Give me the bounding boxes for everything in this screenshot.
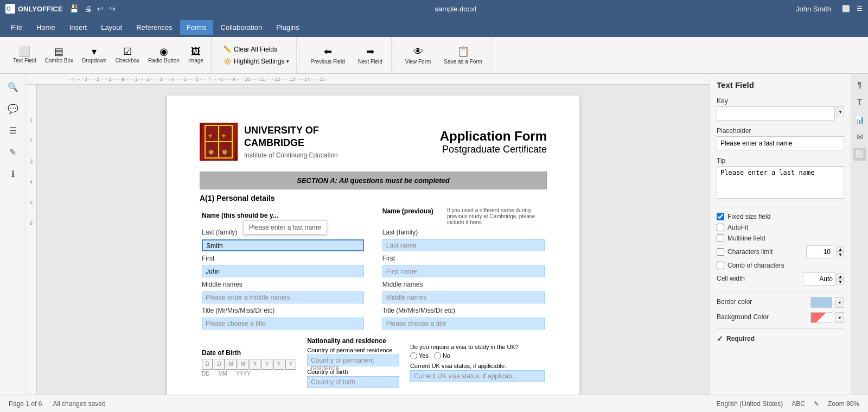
chars-limit-spinners: ▲ ▼ — [837, 246, 844, 257]
sidebar-info-icon[interactable]: ℹ — [4, 165, 22, 182]
save-icon[interactable]: 💾 — [69, 4, 79, 13]
visa-yes-radio[interactable] — [410, 352, 417, 359]
uk-visa-label: Current UK visa status, if applicable: — [410, 363, 545, 369]
menu-references[interactable]: References — [130, 20, 178, 35]
cell-width-spinners: ▲ ▼ — [837, 274, 844, 284]
text-field-btn[interactable]: ⬜ Text Field — [10, 45, 40, 66]
country-perm-field[interactable]: Country of permanent residence — [307, 354, 399, 366]
track-changes-icon[interactable]: ✎ — [814, 400, 819, 408]
chars-limit-up[interactable]: ▲ — [837, 246, 844, 252]
menu-collaboration[interactable]: Collaboration — [214, 20, 269, 35]
chars-limit-checkbox[interactable] — [717, 248, 724, 256]
language-selector[interactable]: English (United States) — [717, 400, 783, 408]
rs-mail-icon[interactable]: ✉ — [853, 130, 866, 143]
combo-box-btn[interactable]: ▤ Combo Box — [42, 45, 76, 66]
separator2 — [717, 291, 844, 291]
left-sidebar: 🔍 💬 ☰ ✎ ℹ — [0, 74, 26, 395]
menu-file[interactable]: File — [4, 20, 29, 35]
view-form-btn[interactable]: 👁 View Form — [401, 44, 436, 67]
redo-icon[interactable]: ↪ — [109, 4, 116, 13]
sidebar-comment-icon[interactable]: 💬 — [4, 100, 22, 117]
sidebar-review-icon[interactable]: ✎ — [4, 143, 22, 161]
cell-width-input[interactable] — [803, 272, 835, 286]
middle-names-field[interactable]: Please enter a middle names — [202, 291, 364, 303]
form-subtitle: Postgraduate Certificate — [440, 144, 547, 155]
uk-visa-field[interactable]: Current UK visa status, if applicab... — [410, 370, 545, 382]
bg-color-arrow[interactable]: ▾ — [835, 312, 844, 323]
dob-m1: M — [226, 359, 237, 370]
title-field[interactable]: Please choose a title — [202, 318, 364, 329]
last-family-label2: Last (family) — [382, 229, 418, 236]
rs-form-icon[interactable]: ⬜ — [853, 148, 866, 161]
titlebar-toolbar[interactable]: 💾 🖨 ↩ ↪ — [69, 4, 116, 13]
menu-home[interactable]: Home — [30, 20, 62, 35]
multiline-checkbox[interactable] — [717, 234, 724, 242]
institute-name: Institute of Continuing Education — [244, 151, 338, 159]
zoom-level[interactable]: Zoom 80% — [828, 400, 859, 408]
dob-d2: D — [214, 359, 225, 370]
chars-limit-down[interactable]: ▼ — [837, 252, 844, 257]
rs-text-icon[interactable]: T — [853, 96, 866, 109]
print-icon[interactable]: 🖨 — [84, 4, 92, 13]
menu-forms[interactable]: Forms — [180, 20, 213, 35]
sidebar-search-icon[interactable]: 🔍 — [4, 78, 22, 96]
visa-no-radio[interactable] — [434, 352, 441, 359]
cell-width-up[interactable]: ▲ — [837, 274, 844, 279]
rs-paragraph-icon[interactable]: ¶ — [853, 78, 866, 91]
autofit-checkbox[interactable] — [717, 224, 724, 231]
dob-sublabel: DDMMYYYY — [202, 371, 296, 377]
checkbox-btn[interactable]: ☑ Checkbox — [112, 45, 143, 66]
undo-icon[interactable]: ↩ — [97, 4, 104, 13]
title-prev-field[interactable]: Please choose a title — [382, 318, 545, 329]
right-panel: Text Field Key ▾ Placeholder Tip Please … — [710, 74, 851, 395]
menu-plugins[interactable]: Plugins — [270, 20, 306, 35]
save-form-icon: 📋 — [457, 46, 469, 58]
key-dropdown-arrow[interactable]: ▾ — [836, 106, 844, 117]
menu-insert[interactable]: Insert — [63, 20, 94, 35]
image-btn[interactable]: 🖼 Image — [185, 45, 207, 66]
doc-scroll[interactable]: ⚜ ⚜ 🦁 🦁 UNIVERSITY OFCAMBRIDGE Institute… — [37, 85, 710, 395]
spell-check-icon[interactable]: ABC — [792, 400, 805, 408]
dob-nationality-table: Date of Birth D D M M Y Y Y — [200, 335, 547, 395]
first-name-field[interactable]: John — [202, 265, 364, 277]
last-name-prev-field[interactable]: Last name — [382, 239, 545, 251]
placeholder-group: Placeholder — [717, 127, 844, 150]
minimize-icon[interactable]: ⬜ — [842, 5, 850, 12]
title-label: Title (Mr/Mrs/Miss/Dr etc) — [202, 307, 275, 314]
menu-layout[interactable]: Layout — [94, 20, 129, 35]
rs-chart-icon[interactable]: 📊 — [853, 113, 866, 126]
next-field-btn[interactable]: ➡ Next Field — [354, 43, 387, 67]
cell-width-down[interactable]: ▼ — [837, 279, 844, 284]
fixed-size-checkbox[interactable] — [717, 213, 724, 220]
maximize-icon[interactable]: ☰ — [857, 5, 863, 12]
key-input[interactable] — [717, 106, 835, 121]
chars-limit-input[interactable] — [806, 245, 833, 258]
placeholder-input[interactable] — [717, 136, 844, 150]
save-as-form-btn[interactable]: 📋 Save as a Form — [439, 43, 487, 67]
border-color-swatch[interactable] — [810, 297, 832, 308]
image-icon: 🖼 — [191, 47, 201, 56]
clear-all-btn[interactable]: ✏️ Clear All Fields — [221, 44, 292, 55]
sidebar-navigate-icon[interactable]: ☰ — [4, 122, 22, 139]
previous-field-btn[interactable]: ⬅ Previous Field — [306, 43, 349, 67]
bg-color-swatch[interactable] — [810, 312, 832, 323]
dropdown-btn[interactable]: ▾ Dropdown — [79, 45, 110, 66]
multiline-row: Multiline field — [717, 234, 844, 242]
cell-width-label: Cell width — [717, 275, 745, 282]
highlight-settings-btn[interactable]: 🔆 Highlight Settings ▾ — [221, 56, 292, 67]
dob-boxes: D D M M Y Y Y Y — [202, 359, 296, 370]
first-name-prev-field[interactable]: First name — [382, 265, 545, 277]
comb-checkbox[interactable] — [717, 262, 724, 269]
visa-options: Yes No — [410, 352, 545, 359]
window-controls[interactable]: ⬜ ☰ — [842, 5, 863, 12]
radio-btn[interactable]: ◉ Radio Button — [145, 45, 183, 66]
last-name-field[interactable]: Smith — [202, 239, 364, 251]
status-right: English (United States) ABC ✎ Zoom 80% — [717, 400, 859, 408]
svg-text:O: O — [7, 6, 11, 12]
document-area: · 4 · · · 3 · · · 2 · · · 1 · · · ⊕ · · … — [26, 74, 710, 395]
border-color-arrow[interactable]: ▾ — [835, 297, 844, 308]
country-birth-field[interactable]: Country of birth — [307, 376, 399, 388]
middle-names-prev-field[interactable]: Middle names — [382, 291, 545, 303]
tip-input[interactable]: Please enter a last name — [717, 166, 844, 199]
highlight-icon: 🔆 — [224, 58, 232, 65]
